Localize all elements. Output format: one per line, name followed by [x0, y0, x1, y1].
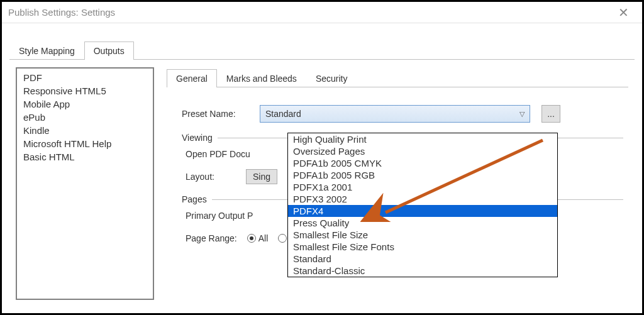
page-range-label: Page Range:	[186, 233, 237, 243]
preset-value: Standard	[265, 109, 301, 119]
titlebar: Publish Settings: Settings ✕	[2, 2, 642, 23]
open-pdf-label: Open PDF Docu	[186, 149, 250, 159]
tab-outputs[interactable]: Outputs	[84, 41, 134, 60]
list-item[interactable]: Kindle	[17, 124, 153, 137]
preset-option[interactable]: Smallest File Size	[288, 229, 557, 241]
list-item[interactable]: ePub	[17, 111, 153, 124]
preset-more-button[interactable]: ...	[541, 105, 560, 123]
preset-option[interactable]: Standard	[288, 253, 557, 265]
preset-option[interactable]: Smallest File Size Fonts	[288, 241, 557, 253]
window-title: Publish Settings: Settings	[8, 7, 115, 18]
sub-tab-security[interactable]: Security	[306, 69, 357, 87]
list-item[interactable]: Microsoft HTML Help	[17, 137, 153, 150]
layout-label: Layout:	[186, 172, 246, 182]
preset-option[interactable]: Oversized Pages	[288, 145, 557, 157]
list-item[interactable]: PDF	[17, 71, 153, 84]
tab-style-mapping[interactable]: Style Mapping	[9, 41, 84, 60]
preset-option[interactable]: PDFX4	[288, 205, 557, 217]
main-tabs: Style Mapping Outputs	[9, 41, 635, 60]
preset-option[interactable]: High Quality Print	[288, 133, 557, 145]
preset-option[interactable]: PDFX3 2002	[288, 193, 557, 205]
list-item[interactable]: Responsive HTML5	[17, 84, 153, 97]
radio-all[interactable]: All	[247, 233, 269, 243]
preset-dropdown-list[interactable]: High Quality PrintOversized PagesPDFA1b …	[287, 133, 558, 277]
sub-tabs: General Marks and Bleeds Security	[167, 69, 628, 87]
sub-tab-general[interactable]: General	[167, 69, 217, 87]
layout-select[interactable]: Sing	[246, 169, 277, 184]
preset-option[interactable]: Press Quality	[288, 217, 557, 229]
list-item[interactable]: Basic HTML	[17, 150, 153, 163]
preset-name-combo[interactable]: Standard ▽	[260, 105, 530, 123]
preset-name-label: Preset Name:	[182, 109, 260, 119]
close-icon[interactable]: ✕	[611, 5, 636, 20]
preset-option[interactable]: PDFX1a 2001	[288, 181, 557, 193]
preset-option[interactable]: Standard-Classic	[288, 265, 557, 277]
sub-tab-marks[interactable]: Marks and Bleeds	[217, 69, 306, 87]
list-item[interactable]: Mobile App	[17, 97, 153, 111]
primary-output-label: Primary Output P	[186, 211, 253, 221]
chevron-down-icon: ▽	[519, 110, 525, 118]
preset-option[interactable]: PDFA1b 2005 CMYK	[288, 157, 557, 169]
preset-option[interactable]: PDFA1b 2005 RGB	[288, 169, 557, 181]
output-listbox[interactable]: PDF Responsive HTML5 Mobile App ePub Kin…	[16, 67, 154, 300]
